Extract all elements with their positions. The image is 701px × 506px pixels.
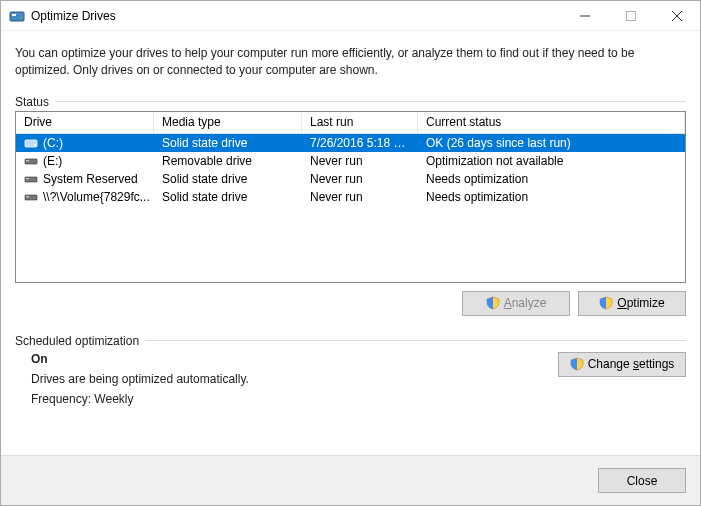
last-run: Never run bbox=[302, 153, 418, 169]
media-type: Solid state drive bbox=[154, 171, 302, 187]
shield-icon bbox=[599, 296, 613, 310]
optimize-button[interactable]: Optimize bbox=[578, 291, 686, 316]
media-type: Solid state drive bbox=[154, 189, 302, 205]
drive-name: \\?\Volume{7829fc... bbox=[43, 190, 150, 204]
bottom-bar: Close bbox=[1, 455, 700, 505]
drive-icon bbox=[24, 136, 38, 150]
svg-point-8 bbox=[34, 144, 36, 146]
svg-rect-0 bbox=[10, 12, 24, 21]
drive-name: System Reserved bbox=[43, 172, 138, 186]
svg-rect-13 bbox=[25, 195, 37, 200]
last-run: 7/26/2016 5:18 PM bbox=[302, 135, 418, 151]
svg-rect-11 bbox=[25, 177, 37, 182]
shield-icon bbox=[570, 357, 584, 371]
col-header-media[interactable]: Media type bbox=[154, 112, 302, 133]
drive-icon bbox=[24, 190, 38, 204]
svg-rect-10 bbox=[26, 160, 29, 161]
schedule-desc: Drives are being optimized automatically… bbox=[31, 372, 548, 386]
schedule-freq: Frequency: Weekly bbox=[31, 392, 548, 406]
status-label: Status bbox=[15, 95, 686, 109]
svg-point-2 bbox=[20, 17, 22, 19]
schedule-on: On bbox=[31, 352, 548, 366]
drive-name: (C:) bbox=[43, 136, 63, 150]
current-status: Needs optimization bbox=[418, 189, 685, 205]
drive-list[interactable]: Drive Media type Last run Current status… bbox=[15, 111, 686, 283]
drive-name: (E:) bbox=[43, 154, 62, 168]
current-status: Needs optimization bbox=[418, 171, 685, 187]
media-type: Removable drive bbox=[154, 153, 302, 169]
close-window-button[interactable] bbox=[654, 1, 700, 31]
titlebar: Optimize Drives bbox=[1, 1, 700, 31]
col-header-last[interactable]: Last run bbox=[302, 112, 418, 133]
current-status: Optimization not available bbox=[418, 153, 685, 169]
close-button[interactable]: Close bbox=[598, 468, 686, 493]
col-header-status[interactable]: Current status bbox=[418, 112, 685, 133]
svg-rect-1 bbox=[12, 14, 16, 16]
shield-icon bbox=[486, 296, 500, 310]
table-row[interactable]: System ReservedSolid state driveNever ru… bbox=[16, 170, 685, 188]
scheduled-optimization-label: Scheduled optimization bbox=[15, 334, 686, 348]
col-header-drive[interactable]: Drive bbox=[16, 112, 154, 133]
media-type: Solid state drive bbox=[154, 135, 302, 151]
app-icon bbox=[9, 8, 25, 24]
analyze-button[interactable]: Analyze bbox=[462, 291, 570, 316]
maximize-button[interactable] bbox=[608, 1, 654, 31]
intro-text: You can optimize your drives to help you… bbox=[15, 45, 686, 79]
table-row[interactable]: \\?\Volume{7829fc...Solid state driveNev… bbox=[16, 188, 685, 206]
drive-list-header[interactable]: Drive Media type Last run Current status bbox=[16, 112, 685, 134]
last-run: Never run bbox=[302, 171, 418, 187]
drive-icon bbox=[24, 172, 38, 186]
minimize-button[interactable] bbox=[562, 1, 608, 31]
svg-rect-14 bbox=[26, 196, 29, 197]
change-settings-button[interactable]: Change settings bbox=[558, 352, 686, 377]
table-row[interactable]: (C:)Solid state drive7/26/2016 5:18 PMOK… bbox=[16, 134, 685, 152]
svg-rect-4 bbox=[627, 11, 636, 20]
last-run: Never run bbox=[302, 189, 418, 205]
current-status: OK (26 days since last run) bbox=[418, 135, 685, 151]
window-title: Optimize Drives bbox=[31, 9, 116, 23]
svg-rect-9 bbox=[25, 159, 37, 164]
drive-icon bbox=[24, 154, 38, 168]
svg-rect-12 bbox=[26, 178, 29, 179]
table-row[interactable]: (E:)Removable driveNever runOptimization… bbox=[16, 152, 685, 170]
